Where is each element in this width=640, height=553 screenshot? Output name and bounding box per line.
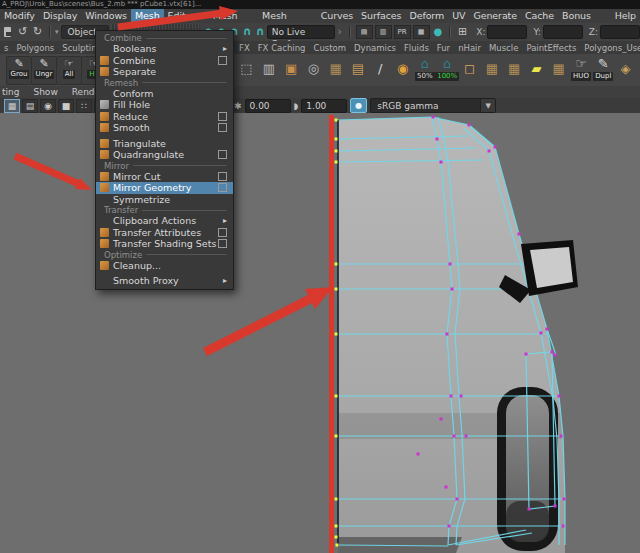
menu-surfaces[interactable]: Surfaces [357,9,405,23]
shelf-tab-custom[interactable]: Custom [313,43,346,53]
menu-curves[interactable]: Curves [317,9,357,23]
shelf-icon-pencil-Dupl[interactable]: ✎Dupl [593,57,614,81]
dots-icon[interactable]: ∷ [76,99,92,113]
option-box[interactable] [218,123,227,132]
option-box[interactable] [218,228,227,237]
shelf-tab-polygons_user[interactable]: Polygons_User [584,43,640,53]
shelf-tab-painteffects[interactable]: PaintEffects [526,43,576,53]
shelf-icon-bricks[interactable]: ▦ [481,57,502,81]
panel-menu-ting[interactable]: ting [2,87,19,97]
dark-icon[interactable]: ■ [58,99,74,113]
menu-windows[interactable]: Windows [81,9,131,23]
menu-deform[interactable]: Deform [405,9,448,23]
menu-item-mirror-cut[interactable]: Mirror Cut [96,171,233,183]
option-box[interactable] [218,56,227,65]
option-box[interactable] [218,239,227,248]
shelf-icon-cubes[interactable]: ▣ [281,57,302,81]
save-icon[interactable] [4,27,11,37]
menu-item-fill-hole[interactable]: Fill Hole [96,99,233,111]
menu-item-conform[interactable]: Conform [96,88,233,100]
option-box[interactable] [218,183,227,192]
menu-item-cleanup-[interactable]: Cleanup... [96,260,233,272]
axis-input[interactable] [543,25,583,39]
shelf-icon-bricks[interactable]: ▦ [548,57,569,81]
shelf-icon-target[interactable]: ◎ [303,57,324,81]
axis-input[interactable] [600,25,640,39]
menu-modify[interactable]: Modify [0,9,39,23]
grid-icon[interactable]: ▦ [4,99,20,113]
menu-item-smooth-proxy[interactable]: Smooth Proxy▸ [96,275,233,287]
menu-item-mirror-geometry[interactable]: Mirror Geometry [96,182,233,194]
menu-edit-mesh[interactable]: Edit Mesh [164,9,209,23]
shelf-button-all[interactable]: ☞All [56,56,82,85]
menu-mesh-display[interactable]: Mesh Display [258,9,317,23]
shelf-icon-house-50%[interactable]: ⌂50% [414,57,435,81]
menu-item-reduce[interactable]: Reduce [96,111,233,123]
render-mode-icon[interactable]: ▥ [375,25,392,39]
shelf-icon-cube[interactable]: ◻ [459,57,480,81]
shelf-tab-s[interactable]: s [4,43,8,53]
shelf-tab-nhair[interactable]: nHair [458,43,481,53]
shelf-icon-hand-HUO[interactable]: ☞HUO [571,57,592,81]
menu-item-triangulate[interactable]: Triangulate [96,138,233,150]
construction-grid-icon[interactable]: ⊞ [458,25,467,39]
menu-display[interactable]: Display [39,9,81,23]
menu-item-separate[interactable]: Separate [96,66,233,78]
menu-bonus-tools[interactable]: Bonus Tools [558,9,611,23]
shelf-tab-fluids[interactable]: Fluids [404,43,429,53]
option-box[interactable] [218,172,227,181]
exposure-field[interactable]: 0.00 [245,99,291,113]
exposure-icon[interactable]: ✱ [234,99,242,113]
option-box[interactable] [218,112,227,121]
shelf-icon-bricks[interactable]: ▦ [504,57,525,81]
menu-mesh[interactable]: Mesh [131,9,164,23]
redo-icon[interactable]: ↻ [33,25,42,39]
gamma-field[interactable]: 1.00 [301,99,347,113]
shelf-button-grou[interactable]: ✎Grou [6,56,32,85]
menu-cache[interactable]: Cache [521,9,558,23]
menu-item-transfer-shading-sets[interactable]: Transfer Shading Sets [96,238,233,250]
shelf-icon-frame[interactable]: ⬚ [236,57,257,81]
menu-generate[interactable]: Generate [469,9,521,23]
axis-input[interactable] [487,25,527,39]
shelf-icon-panels[interactable]: ▥ [258,57,279,81]
render-sphere-icon[interactable]: ● [434,25,443,39]
menu-mesh-tools[interactable]: Mesh Tools [209,9,258,23]
color-management-toggle[interactable]: ● [350,98,367,113]
shelf-button-ungr[interactable]: ✎Ungr [31,56,57,85]
option-box[interactable] [218,150,227,159]
shelf-tab-polygons[interactable]: Polygons [16,43,54,53]
menu-uv[interactable]: UV [448,9,469,23]
menu-item-smooth[interactable]: Smooth [96,122,233,134]
undo-icon[interactable]: ↺ [18,25,27,39]
shelf-icon-knife[interactable]: / [370,57,391,81]
render-mode-icon[interactable]: ▤ [356,25,373,39]
menu-item-transfer-attributes[interactable]: Transfer Attributes [96,227,233,239]
menu-item-clipboard-actions[interactable]: Clipboard Actions▸ [96,215,233,227]
gamma-icon[interactable]: ◗ [294,99,299,113]
render-mode-icon[interactable]: ▦ [413,25,430,39]
menu-help[interactable]: Help [611,9,640,23]
live-surface-field[interactable]: No Live Surface [267,25,335,39]
menu-item-symmetrize[interactable]: Symmetrize [96,194,233,206]
shelf-icon-diamond[interactable]: ◈ [615,57,636,81]
menu-item-combine[interactable]: Combine [96,55,233,67]
snap-magnet-icon[interactable]: ∩ [256,25,265,39]
shelf-icon-house-100%[interactable]: ⌂100% [437,57,458,81]
shelf-tab-fur[interactable]: Fur [437,43,450,53]
menu-item-booleans[interactable]: Booleans▸ [96,43,233,55]
shelf-icon-bricks[interactable]: ▦ [325,57,346,81]
shelf-tab-fx[interactable]: FX [239,43,250,53]
shelf-icon-ring[interactable]: ◉ [392,57,413,81]
panel-menu-show[interactable]: Show [33,87,57,97]
snap-magnet-icon[interactable]: ∩ [243,25,252,39]
shelf-icon-plane[interactable]: ▰ [526,57,547,81]
colorspace-dropdown[interactable]: sRGB gamma ▼ [370,98,496,113]
shelf-tab-muscle[interactable]: Muscle [489,43,518,53]
shelf-icon-layers[interactable]: ▤ [348,57,369,81]
menu-item-quadrangulate[interactable]: Quadrangulate [96,149,233,161]
shelf-tab-fx caching[interactable]: FX Caching [258,43,306,53]
chevron-right-icon[interactable]: › [338,25,342,39]
film-icon[interactable]: ▤ [22,99,38,113]
sphere-icon[interactable]: ◉ [40,99,56,113]
